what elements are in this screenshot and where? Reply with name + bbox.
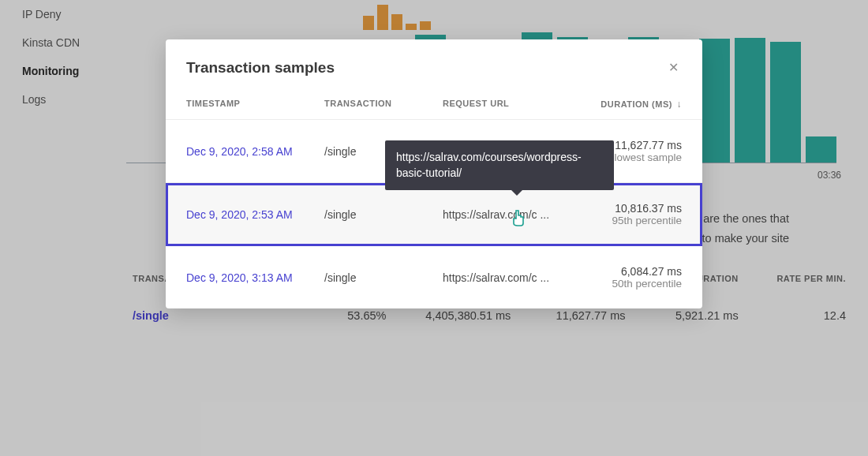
duration-value: 10,816.37 ms [571,202,682,215]
th-duration-label: DURATION (MS) [600,99,672,109]
sort-down-icon: ↓ [677,99,683,110]
close-icon[interactable]: ✕ [665,57,682,78]
th-duration[interactable]: DURATION (MS) ↓ [571,99,682,110]
url-tooltip: https://salrav.com/courses/wordpress-bas… [385,140,614,190]
modal-overlay[interactable]: Transaction samples ✕ TIMESTAMP TRANSACT… [0,0,868,456]
th-transaction[interactable]: TRANSACTION [324,99,443,110]
timestamp-link[interactable]: Dec 9, 2020, 2:53 AM [186,208,293,221]
modal-title: Transaction samples [186,59,335,77]
timestamp-link[interactable]: Dec 9, 2020, 3:13 AM [186,271,293,284]
timestamp-link[interactable]: Dec 9, 2020, 2:58 AM [186,145,293,158]
sample-row[interactable]: Dec 9, 2020, 2:53 AM/singlehttps://salra… [166,183,702,246]
th-timestamp[interactable]: TIMESTAMP [186,99,324,110]
request-url-cell: https://salrav.com/c ... [443,271,571,284]
sample-row[interactable]: Dec 9, 2020, 3:13 AM/singlehttps://salra… [166,246,702,308]
request-url-cell: https://salrav.com/c ... [443,208,571,221]
transaction-cell: /single [324,271,443,284]
th-request-url[interactable]: REQUEST URL [443,99,571,110]
duration-label: 50th percentile [571,278,682,290]
duration-cell: 6,084.27 ms50th percentile [571,265,682,290]
duration-label: 95th percentile [571,215,682,226]
transaction-cell: /single [324,208,443,221]
transaction-samples-modal: Transaction samples ✕ TIMESTAMP TRANSACT… [166,39,702,308]
duration-value: 6,084.27 ms [571,265,682,278]
pointer-cursor-icon [511,209,527,226]
duration-cell: 10,816.37 ms95th percentile [571,202,682,226]
